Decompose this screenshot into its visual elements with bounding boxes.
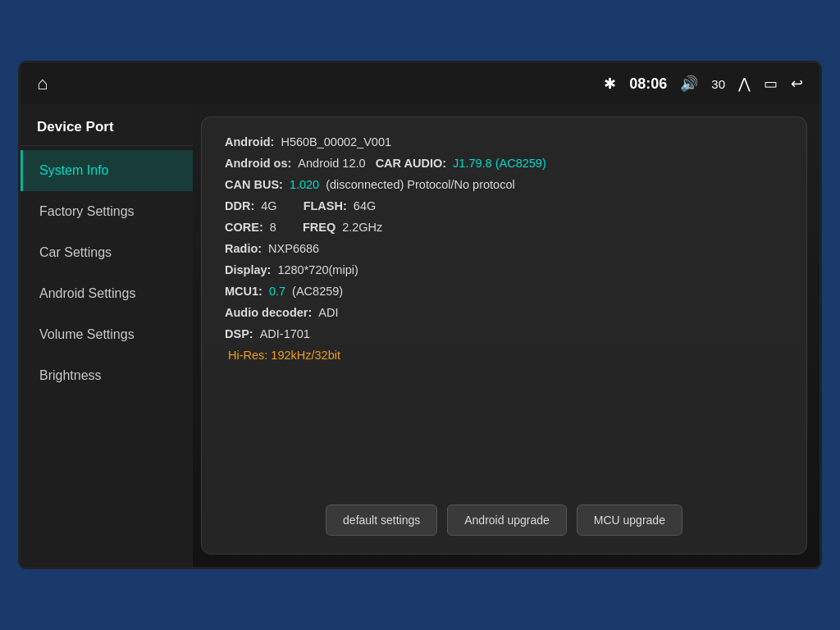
- sidebar-header: Device Port: [21, 112, 193, 146]
- display-label: Display:: [225, 263, 271, 276]
- home-icon[interactable]: ⌂: [37, 73, 48, 94]
- main-content: Device Port System Info Factory Settings…: [21, 104, 819, 567]
- status-left: ⌂: [37, 73, 48, 94]
- dsp-value: ADI-1701: [260, 327, 310, 340]
- info-row-hires: Hi-Res: 192kHz/32bit: [225, 349, 783, 362]
- sidebar-item-brightness[interactable]: Brightness: [21, 355, 193, 396]
- can-bus-value: 1.020: [290, 178, 319, 191]
- car-audio-label: CAR AUDIO:: [369, 157, 447, 170]
- device-frame: ⌂ ✱ 08:06 🔊 30 ⋀ ▭ ↩ Device Port System …: [18, 61, 822, 569]
- ddr-value: 4G: [261, 199, 276, 212]
- sidebar-item-volume-settings[interactable]: Volume Settings: [21, 314, 193, 355]
- info-row-mcu: MCU1: 0.7 (AC8259): [225, 285, 783, 298]
- sidebar-item-label: Factory Settings: [39, 204, 135, 218]
- info-panel: Android: H560B_00002_V001 Android os: An…: [201, 116, 807, 555]
- info-row-audio-decoder: Audio decoder: ADI: [225, 306, 783, 319]
- android-label: Android:: [225, 135, 274, 148]
- sidebar-item-system-info[interactable]: System Info: [21, 150, 193, 191]
- android-os-label: Android os:: [225, 157, 291, 170]
- android-upgrade-button[interactable]: Android upgrade: [447, 504, 567, 536]
- info-row-android-os: Android os: Android 12.0 CAR AUDIO: J1.7…: [225, 157, 783, 170]
- volume-icon: 🔊: [680, 75, 698, 93]
- can-bus-label: CAN BUS:: [225, 178, 283, 191]
- default-settings-button[interactable]: default settings: [326, 504, 437, 536]
- mcu-extra: (AC8259): [292, 285, 343, 298]
- display-value: 1280*720(mipi): [277, 263, 358, 276]
- audio-decoder-value: ADI: [318, 306, 338, 319]
- flash-label: FLASH:: [304, 199, 347, 212]
- info-row-core: CORE: 8 FREQ 2.2GHz: [225, 221, 783, 234]
- freq-label: FREQ: [303, 221, 336, 234]
- buttons-row: default settings Android upgrade MCU upg…: [225, 491, 783, 536]
- core-value: 8: [270, 221, 276, 234]
- ddr-separator: [287, 199, 294, 212]
- core-label: CORE:: [225, 221, 263, 234]
- sidebar: Device Port System Info Factory Settings…: [21, 104, 193, 567]
- hires-value: Hi-Res: 192kHz/32bit: [228, 349, 340, 362]
- info-row-can-bus: CAN BUS: 1.020 (disconnected) Protocol/N…: [225, 178, 783, 191]
- audio-decoder-label: Audio decoder:: [225, 306, 312, 319]
- freq-value: 2.2GHz: [342, 221, 382, 234]
- sidebar-item-factory-settings[interactable]: Factory Settings: [21, 191, 193, 232]
- mcu-label: MCU1:: [225, 285, 262, 298]
- info-row-display: Display: 1280*720(mipi): [225, 263, 783, 276]
- can-bus-extra: (disconnected) Protocol/No protocol: [326, 178, 515, 191]
- mcu-upgrade-button[interactable]: MCU upgrade: [577, 504, 682, 536]
- sidebar-item-label: Brightness: [39, 368, 102, 382]
- dsp-label: DSP:: [225, 327, 253, 340]
- screen-icon: ▭: [764, 75, 778, 93]
- sidebar-item-label: Volume Settings: [39, 327, 135, 341]
- android-value: H560B_00002_V001: [281, 135, 391, 148]
- mcu-value: 0.7: [269, 285, 285, 298]
- flash-value: 64G: [354, 199, 376, 212]
- back-icon[interactable]: ↩: [791, 75, 803, 93]
- android-os-value: Android 12.0: [298, 157, 365, 170]
- radio-label: Radio:: [225, 242, 262, 255]
- status-time: 08:06: [629, 75, 667, 93]
- core-separator: [286, 221, 293, 234]
- status-right: ✱ 08:06 🔊 30 ⋀ ▭ ↩: [604, 75, 803, 93]
- sidebar-item-android-settings[interactable]: Android Settings: [21, 273, 193, 314]
- sidebar-item-car-settings[interactable]: Car Settings: [21, 232, 193, 273]
- info-row-radio: Radio: NXP6686: [225, 242, 783, 255]
- car-audio-value: J1.79.8 (AC8259): [453, 157, 546, 170]
- info-row-dsp: DSP: ADI-1701: [225, 327, 783, 340]
- radio-value: NXP6686: [268, 242, 319, 255]
- ddr-label: DDR:: [225, 199, 254, 212]
- sidebar-item-label: Car Settings: [39, 245, 112, 259]
- bluetooth-icon: ✱: [604, 75, 616, 93]
- sidebar-item-label: Android Settings: [39, 286, 135, 300]
- status-bar: ⌂ ✱ 08:06 🔊 30 ⋀ ▭ ↩: [21, 63, 819, 104]
- sidebar-item-label: System Info: [39, 163, 108, 177]
- chevron-up-icon: ⋀: [738, 75, 751, 93]
- volume-level: 30: [711, 77, 725, 91]
- info-row-android: Android: H560B_00002_V001: [225, 135, 783, 148]
- info-row-ddr: DDR: 4G FLASH: 64G: [225, 199, 783, 212]
